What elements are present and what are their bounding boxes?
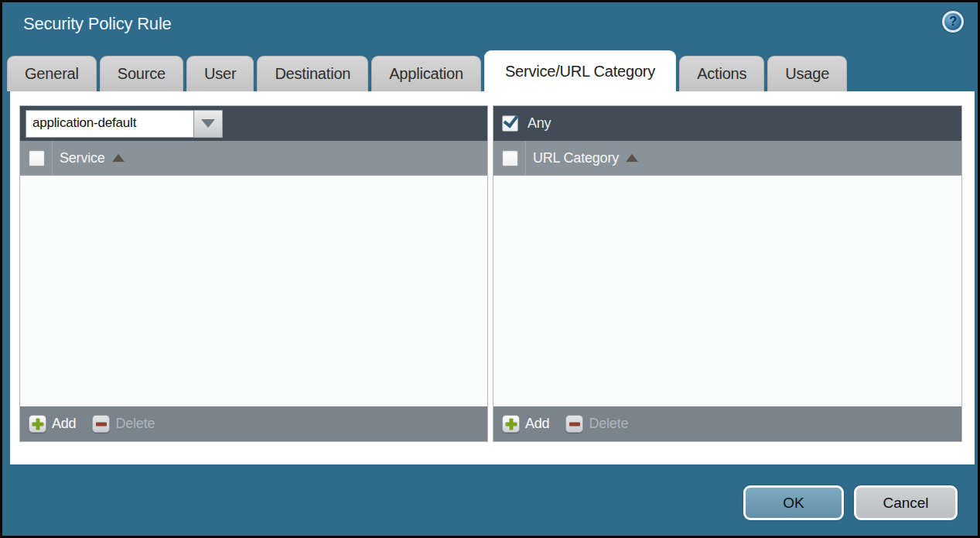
service-type-dropdown[interactable]: application-default <box>26 110 223 138</box>
select-all-url-categories-checkbox[interactable] <box>502 150 518 166</box>
tab-bar: General Source User Destination Applicat… <box>7 50 975 91</box>
delete-service-label: Delete <box>115 416 155 432</box>
service-type-dropdown-value[interactable]: application-default <box>26 110 194 138</box>
dropdown-arrow-button[interactable] <box>194 110 223 138</box>
tab-general[interactable]: General <box>7 56 97 91</box>
service-table-header: Service <box>20 141 487 176</box>
dialog-title: Security Policy Rule <box>23 14 172 34</box>
plus-icon <box>502 415 520 433</box>
url-category-footer: Add Delete <box>493 406 961 441</box>
delete-service-button[interactable]: Delete <box>92 415 155 433</box>
dialog-action-bar: OK Cancel <box>743 485 958 520</box>
url-category-table-body <box>493 176 961 406</box>
url-category-toolbar: Any <box>493 106 961 141</box>
tab-application[interactable]: Application <box>371 56 481 91</box>
service-column-header[interactable]: Service <box>60 150 105 166</box>
tab-service-url-category[interactable]: Service/URL Category <box>484 50 676 91</box>
ok-button[interactable]: OK <box>743 485 844 520</box>
select-all-services-checkbox[interactable] <box>29 150 45 166</box>
help-icon[interactable]: ? <box>942 11 964 33</box>
minus-icon <box>565 415 583 433</box>
security-policy-rule-dialog: { "dialog": { "title": "Security Policy … <box>0 0 980 538</box>
chevron-down-icon <box>201 119 215 128</box>
column-divider <box>52 141 53 175</box>
tab-source[interactable]: Source <box>100 56 183 91</box>
service-toolbar: application-default <box>20 106 487 141</box>
add-service-button[interactable]: Add <box>29 415 76 433</box>
service-footer: Add Delete <box>20 406 487 441</box>
minus-icon <box>92 415 110 433</box>
tab-actions[interactable]: Actions <box>679 56 764 91</box>
tab-usage[interactable]: Usage <box>767 56 847 91</box>
service-table-body <box>20 176 487 406</box>
sort-ascending-icon <box>112 154 125 162</box>
sort-ascending-icon <box>626 154 638 162</box>
service-panel: application-default Service Add Delete <box>19 105 488 442</box>
delete-url-category-label: Delete <box>589 416 628 432</box>
add-service-label: Add <box>52 416 76 432</box>
add-url-category-label: Add <box>525 416 549 432</box>
tab-destination[interactable]: Destination <box>257 56 368 91</box>
title-bar: Security Policy Rule ? <box>2 2 978 50</box>
plus-icon <box>29 415 46 433</box>
url-category-column-header[interactable]: URL Category <box>533 150 619 166</box>
any-url-category-label: Any <box>528 115 551 132</box>
cancel-button[interactable]: Cancel <box>854 485 958 520</box>
tab-content-service-url-category: application-default Service Add Delete <box>10 91 975 464</box>
delete-url-category-button[interactable]: Delete <box>565 415 628 433</box>
add-url-category-button[interactable]: Add <box>502 415 549 433</box>
url-category-table-header: URL Category <box>493 141 961 176</box>
url-category-panel: Any URL Category Add Delete <box>493 105 962 442</box>
any-url-category-checkbox[interactable] <box>502 115 518 132</box>
column-divider <box>525 141 526 175</box>
tab-user[interactable]: User <box>186 56 254 91</box>
